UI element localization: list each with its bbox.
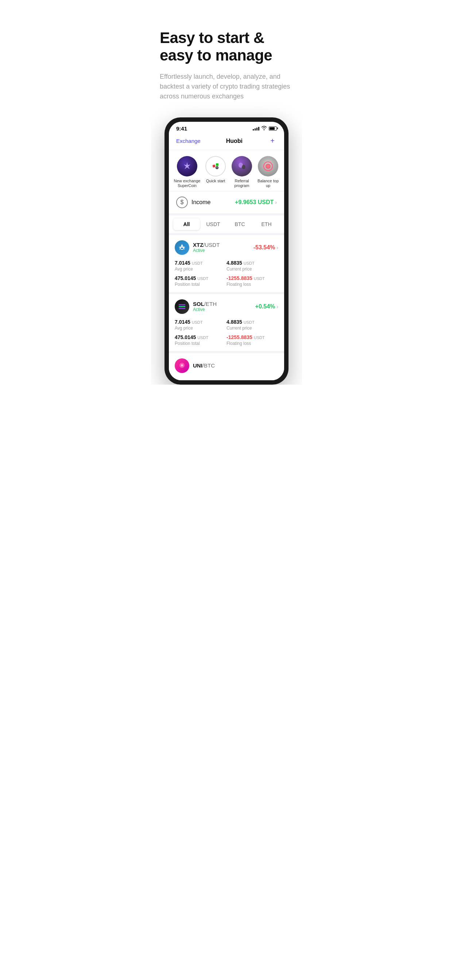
- xtz-status: Active: [193, 248, 220, 253]
- sol-position-total: 475.0145 USDT Position total: [175, 334, 226, 346]
- status-time: 9:41: [176, 126, 187, 132]
- trade-card-sol-header[interactable]: SOL/ETH Active +0.54% ›: [175, 299, 278, 314]
- app-header: Exchange Huobi +: [169, 134, 284, 150]
- xtz-avg-price: 7.0145 USDT Avg price: [175, 260, 226, 272]
- xtz-floating-label: Floating loss: [226, 282, 278, 287]
- quick-actions-row: New exchange SuperCoin: [169, 150, 284, 191]
- svg-point-11: [181, 364, 183, 366]
- exchange-name: Huobi: [226, 138, 242, 145]
- tab-usdt[interactable]: USDT: [200, 218, 226, 230]
- tab-all[interactable]: All: [173, 218, 200, 230]
- sol-position-label: Position total: [175, 341, 226, 346]
- xtz-stats: 7.0145 USDT Avg price 4.8835 USDT Curren…: [175, 260, 278, 287]
- income-icon: $: [176, 197, 188, 208]
- sol-coin-info: SOL/ETH Active: [175, 299, 217, 314]
- xtz-pct: -53.54%: [254, 244, 275, 251]
- partial-card-uni: UNI/BTC: [169, 351, 284, 380]
- income-row[interactable]: $ Income +9.9653 USDT ›: [169, 191, 284, 213]
- quickstart-icon: [205, 156, 226, 177]
- trade-card-sol: SOL/ETH Active +0.54% › 7.0145 USDT Av: [169, 292, 284, 351]
- hero-subtitle: Effortlessly launch, develop, analyze, a…: [160, 72, 293, 101]
- income-chevron-icon: ›: [275, 199, 277, 205]
- hero-section: Easy to start & easy to manage Effortles…: [151, 0, 302, 110]
- topup-label: Balance top up: [255, 179, 281, 188]
- sol-floating-label: Floating loss: [226, 341, 278, 346]
- phone-frame: 9:41: [164, 118, 289, 385]
- xtz-current-price: 4.8835 USDT Current price: [226, 260, 278, 272]
- xtz-coin-info: XTZ/USDT Active: [175, 240, 220, 255]
- xtz-current-price-value: 4.8835 USDT: [226, 260, 278, 266]
- xtz-chevron-icon: ›: [276, 245, 278, 250]
- xtz-pct-row: -53.54% ›: [254, 244, 278, 251]
- page-wrapper: Easy to start & easy to manage Effortles…: [151, 0, 302, 385]
- partial-uni-header[interactable]: UNI/BTC: [175, 358, 278, 373]
- tab-btc[interactable]: BTC: [226, 218, 253, 230]
- trade-card-xtz-header[interactable]: XTZ/USDT Active -53.54% ›: [175, 240, 278, 255]
- status-bar: 9:41: [169, 122, 284, 134]
- sol-avatar: [175, 299, 189, 314]
- exchange-label[interactable]: Exchange: [176, 138, 201, 144]
- xtz-position-total-value: 475.0145 USDT: [175, 275, 226, 281]
- uni-name-block: UNI/BTC: [193, 363, 215, 369]
- add-exchange-button[interactable]: +: [268, 137, 277, 145]
- xtz-avg-price-label: Avg price: [175, 267, 226, 272]
- topup-icon: [258, 156, 278, 177]
- signal-icon: [253, 126, 259, 130]
- sol-status: Active: [193, 307, 217, 312]
- income-right: +9.9653 USDT ›: [235, 199, 277, 205]
- sol-pct: +0.54%: [255, 303, 275, 310]
- tab-eth[interactable]: ETH: [253, 218, 280, 230]
- action-item-topup[interactable]: Balance top up: [255, 156, 281, 188]
- uni-pair: UNI/BTC: [193, 363, 215, 369]
- income-label: Income: [191, 199, 211, 205]
- sol-floating-loss: -1255.8835 USDT Floating loss: [226, 334, 278, 346]
- xtz-floating-loss-value: -1255.8835 USDT: [226, 275, 278, 281]
- sol-position-total-value: 475.0145 USDT: [175, 334, 226, 340]
- filter-tabs: All USDT BTC ETH: [169, 213, 284, 233]
- status-icons: [253, 126, 277, 131]
- sol-current-price: 4.8835 USDT Current price: [226, 319, 278, 331]
- svg-rect-1: [213, 164, 215, 167]
- svg-point-0: [209, 160, 222, 172]
- xtz-position-label: Position total: [175, 282, 226, 287]
- referral-label: Referral program: [229, 179, 255, 188]
- xtz-avatar: [175, 240, 189, 255]
- xtz-name-block: XTZ/USDT Active: [193, 242, 220, 253]
- xtz-pair: XTZ/USDT: [193, 242, 220, 248]
- sol-avg-price-value: 7.0145 USDT: [175, 319, 226, 325]
- sol-avg-price-label: Avg price: [175, 326, 226, 331]
- hero-title: Easy to start & easy to manage: [160, 29, 293, 65]
- action-item-referral[interactable]: Referral program: [229, 156, 255, 188]
- sol-name-block: SOL/ETH Active: [193, 301, 217, 312]
- income-left: $ Income: [176, 197, 211, 208]
- uni-coin-info: UNI/BTC: [175, 358, 215, 373]
- phone-container: 9:41: [151, 110, 302, 385]
- phone-screen: 9:41: [169, 122, 284, 380]
- xtz-current-price-label: Current price: [226, 267, 278, 272]
- svg-rect-2: [216, 163, 219, 166]
- sol-pair: SOL/ETH: [193, 301, 217, 307]
- sol-stats: 7.0145 USDT Avg price 4.8835 USDT Curren…: [175, 319, 278, 346]
- svg-point-5: [242, 165, 246, 169]
- battery-icon: [269, 127, 277, 130]
- xtz-position-total: 475.0145 USDT Position total: [175, 275, 226, 287]
- trade-card-xtz: XTZ/USDT Active -53.54% › 7.0145 USDT: [169, 233, 284, 292]
- xtz-floating-loss: -1255.8835 USDT Floating loss: [226, 275, 278, 287]
- quickstart-label: Quick start: [206, 179, 225, 183]
- supercoin-label: New exchange SuperCoin: [172, 179, 203, 188]
- sol-current-price-value: 4.8835 USDT: [226, 319, 278, 325]
- sol-chevron-icon: ›: [276, 304, 278, 310]
- sol-current-price-label: Current price: [226, 326, 278, 331]
- wifi-icon: [261, 126, 267, 131]
- referral-icon: [231, 156, 252, 177]
- action-item-quickstart[interactable]: Quick start: [203, 156, 229, 188]
- action-item-supercoin[interactable]: New exchange SuperCoin: [172, 156, 203, 188]
- uni-avatar: [175, 358, 189, 373]
- supercoin-icon: [177, 156, 197, 177]
- sol-avg-price: 7.0145 USDT Avg price: [175, 319, 226, 331]
- sol-pct-row: +0.54% ›: [255, 303, 278, 310]
- income-value: +9.9653 USDT: [235, 199, 274, 205]
- xtz-avg-price-value: 7.0145 USDT: [175, 260, 226, 266]
- sol-floating-loss-value: -1255.8835 USDT: [226, 334, 278, 340]
